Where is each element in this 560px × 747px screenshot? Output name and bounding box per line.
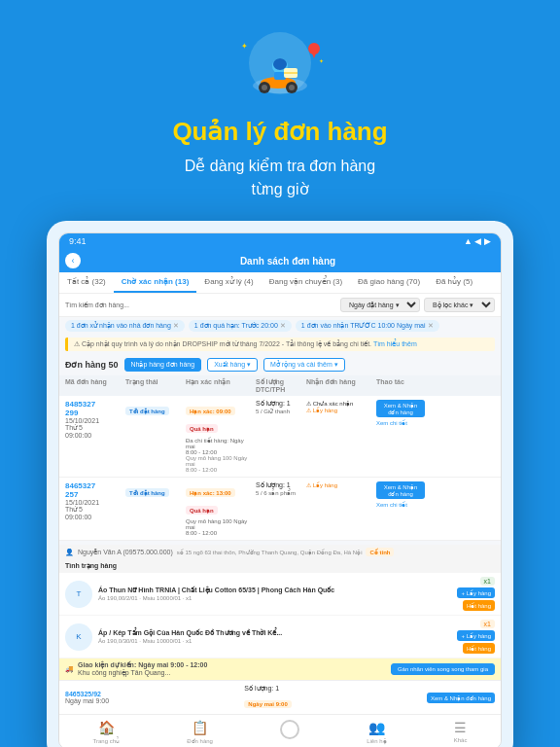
add-stock-btn-1[interactable]: + Lấy hàng: [457, 587, 495, 598]
order-qty-cell-2: Số lượng: 1 5 / 6 sản phẩm: [256, 481, 304, 496]
svg-point-4: [262, 85, 267, 90]
product-item-1: T Áo Thun Nữ Hình TRNIA | Chất Liệu Cott…: [59, 573, 501, 616]
filter-label: Tìm kiếm đơn hàng...: [65, 302, 129, 309]
status-icons: ▲ ◀ ▶: [464, 236, 491, 246]
svg-point-6: [289, 85, 295, 90]
menu-icon: ☰: [454, 720, 467, 735]
notice-bar: ⚠ Cập nhật quy trình và lý do nhận DROPS…: [65, 338, 495, 351]
status-bar: 9:41 ▲ ◀ ▶: [59, 233, 501, 249]
order-deadline-cell: Hạn xác: 09:00 Quá hạn Đa chi tiết hàng:…: [186, 400, 254, 473]
btn-expand[interactable]: Mở rộng và cài thêm ▾: [263, 358, 345, 372]
tab-cancelled[interactable]: Đã hủy (5): [428, 272, 480, 293]
action-detail-btn-2[interactable]: Xem chi tiết: [376, 501, 425, 508]
tag-row: 1 đơn xử nhận vào nhà đơn hàng ✕ 1 đơn q…: [59, 317, 501, 335]
product-avatar-2: K: [65, 623, 92, 651]
add-stock-btn-2[interactable]: + Lấy hàng: [457, 630, 495, 641]
tab-delivered[interactable]: Đã giao hàng (70): [350, 272, 428, 293]
user-address: số 15 ngõ 63 thai thôn, Phường Thanh Qua…: [177, 549, 363, 555]
qty-badge-2: x1: [480, 620, 495, 628]
svg-text:✦: ✦: [241, 42, 248, 51]
tab-waiting[interactable]: Chờ xác nhận (13): [114, 272, 197, 293]
notice-link[interactable]: Tìm hiểu thêm: [373, 340, 417, 347]
product-action-col-2: x1 + Lấy hàng Hết hàng: [457, 620, 495, 654]
orders-table: Mã đơn hàng Trạng thái Hạn xác nhận Số l…: [59, 375, 501, 541]
order-deadline-cell-2: Hạn xác: 13:00 Quá hạn Quy mô hàng 100 N…: [186, 481, 254, 536]
user-icon: 👤: [65, 549, 74, 556]
tag-3-close[interactable]: ✕: [428, 322, 434, 330]
home-icon: 🏠: [98, 720, 115, 735]
filter-more-select[interactable]: Bộ lọc khác ▾: [424, 298, 495, 312]
products-header: Tình trạng hàng: [59, 559, 501, 573]
product-item-2: K Áp / Kép Tẩm Gội Cùa Hàn Quốc Đồ Thươn…: [59, 616, 501, 658]
order-qty-cell: Số lượng: 1 5 / Giữ thanh: [256, 400, 304, 414]
page-title: Quản lý đơn hàng: [172, 117, 387, 147]
table-row: 8485327 299 15/10/2021 Thứ 5 09:00:00 Tớ…: [59, 396, 501, 478]
tag-2-close[interactable]: ✕: [280, 322, 286, 330]
order-action-cell: Xem & Nhận đơn hàng Xem chi tiết: [376, 400, 425, 426]
tablet-header: ‹ Danh sách đơn hàng: [59, 249, 501, 272]
order-action-cell-2: Xem & Nhận đơn hàng Xem chi tiết: [376, 481, 425, 508]
qty-badge-1: x1: [480, 577, 495, 586]
tag-3: 1 đơn vào nhận TRƯỚC 10:00 Ngày mai ✕: [296, 320, 439, 332]
th-deadline: Hạn xác nhận: [186, 378, 254, 393]
user-name: Nguyễn Văn A (09575.000.000): [78, 549, 173, 556]
back-button[interactable]: ‹: [65, 253, 81, 268]
tab-all[interactable]: Tất cả (32): [59, 272, 114, 293]
tag-1: 1 đơn xử nhận vào nhà đơn hàng ✕: [65, 320, 185, 332]
nav-home[interactable]: 🏠 Trang chủ: [93, 720, 120, 744]
table-row: 8465327 257 15/10/2021 Thứ 5 09:00:00 Tớ…: [59, 478, 501, 541]
bottom-action-btn[interactable]: Xem & Nhận đơn hàng: [427, 693, 495, 703]
user-divider: 👤 Nguyễn Văn A (09575.000.000) số 15 ngõ…: [59, 545, 501, 559]
product-list: T Áo Thun Nữ Hình TRNIA | Chất Liệu Cott…: [59, 573, 501, 714]
delivery-icon: 🚚: [65, 665, 74, 673]
filter-date-select[interactable]: Ngày đặt hàng ▾: [340, 298, 420, 312]
th-receive: Nhận đơn hàng: [306, 378, 374, 393]
table-header: Mã đơn hàng Trạng thái Hạn xác nhận Số l…: [59, 375, 501, 396]
bottom-order-row: 8465325/92 Ngày mai 9:00 Số lượng: 1 Ngà…: [59, 680, 501, 714]
product-info-1: Áo Thun Nữ Hình TRNIA | Chất Liệu Cotton…: [98, 586, 451, 602]
svg-text:✦: ✦: [319, 58, 324, 64]
filter-row: Tìm kiếm đơn hàng... Ngày đặt hàng ▾ Bộ …: [59, 294, 501, 317]
product-avatar-1: T: [65, 581, 92, 608]
nav-more[interactable]: ☰ Khác: [454, 720, 468, 744]
delivery-note: 🚚 Giao kiện dự kiến: Ngày mai 9:00 - 12:…: [59, 658, 501, 680]
th-action: Thao tác: [376, 378, 425, 393]
tag-1-close[interactable]: ✕: [173, 322, 179, 330]
tablet-screen: 9:41 ▲ ◀ ▶ ‹ Danh sách đơn hàng Tất cả (…: [58, 232, 502, 747]
product-info-2: Áp / Kép Tẩm Gội Cùa Hàn Quốc Đồ Thương …: [98, 628, 451, 645]
status-time: 9:41: [69, 236, 87, 246]
tab-processing[interactable]: Đang xử lý (4): [196, 272, 261, 293]
tab-shipping[interactable]: Đang vận chuyển (3): [262, 272, 350, 293]
hero-illustration: ✦ ✦: [222, 29, 338, 107]
order-id-cell-2: 8465327 257 15/10/2021 Thứ 5 09:00:00: [65, 481, 123, 520]
orders-icon: 📋: [192, 720, 208, 735]
order-receive-cell: ⚠ Chưa xác nhận ⚠ Lấy hàng: [306, 400, 374, 413]
home-circle-btn[interactable]: [280, 720, 299, 739]
nav-orders[interactable]: 📋 Đơn hàng: [187, 720, 213, 744]
out-stock-btn-1[interactable]: Hết hàng: [463, 600, 495, 611]
product-action-col-1: x1 + Lấy hàng Hết hàng: [457, 577, 495, 611]
action-receive-btn-2[interactable]: Xem & Nhận đơn hàng: [376, 481, 425, 499]
out-stock-btn-2[interactable]: Hết hàng: [463, 643, 495, 654]
nav-home-btn: [280, 720, 299, 744]
order-status-cell: Tới đặt hàng: [125, 400, 184, 417]
hero-section: ✦ ✦ Quản lý đơn hàng Dễ dàng kiểm tra đơ…: [0, 0, 560, 747]
page-subtitle: Dễ dàng kiểm tra đơn hàngtừng giờ: [185, 155, 375, 201]
order-count: Đơn hàng 50: [65, 360, 119, 370]
contact-icon: 👥: [368, 720, 385, 735]
action-detail-btn-1[interactable]: Xem chi tiết: [376, 419, 425, 426]
btn-export[interactable]: Xuất hàng ▾: [207, 358, 258, 372]
btn-receive-orders[interactable]: Nhập hàng đơn hàng: [124, 358, 202, 372]
svg-point-9: [273, 58, 287, 70]
assign-staff-btn[interactable]: Gán nhân viên song song tham gia: [391, 663, 495, 675]
user-tag: Cố tính: [366, 548, 394, 556]
header-title: Danh sách đơn hàng: [81, 256, 495, 267]
nav-contact[interactable]: 👥 Liên hệ: [367, 720, 386, 744]
tag-2: 1 đơn quá hạn: Trước 20:00 ✕: [189, 320, 292, 332]
tabs-row: Tất cả (32) Chờ xác nhận (13) Đang xử lý…: [59, 272, 501, 294]
th-status: Trạng thái: [125, 378, 184, 393]
action-receive-btn-1[interactable]: Xem & Nhận đơn hàng: [376, 400, 425, 417]
order-header-row: Đơn hàng 50 Nhập hàng đơn hàng Xuất hàng…: [59, 354, 501, 375]
order-status-cell-2: Tới đặt hàng: [125, 481, 184, 499]
th-order-id: Mã đơn hàng: [65, 378, 123, 393]
